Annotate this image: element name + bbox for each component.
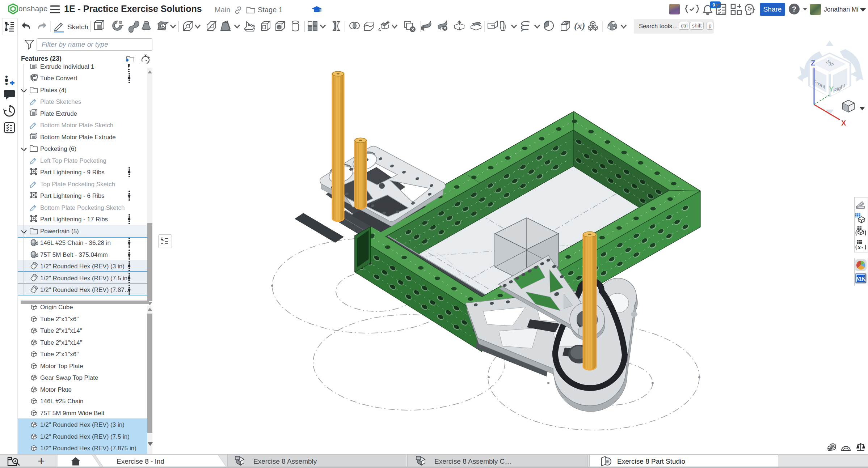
svg-text:MK: MK	[856, 276, 866, 282]
svg-text:x: x	[858, 244, 861, 250]
svg-text:?: ?	[792, 5, 797, 13]
svg-text:Z: Z	[811, 59, 815, 67]
svg-text:Y: Y	[829, 85, 834, 93]
svg-text:(x): (x)	[574, 21, 585, 31]
svg-text:X: X	[841, 119, 846, 127]
svg-text:Sketch: Sketch	[67, 23, 88, 31]
